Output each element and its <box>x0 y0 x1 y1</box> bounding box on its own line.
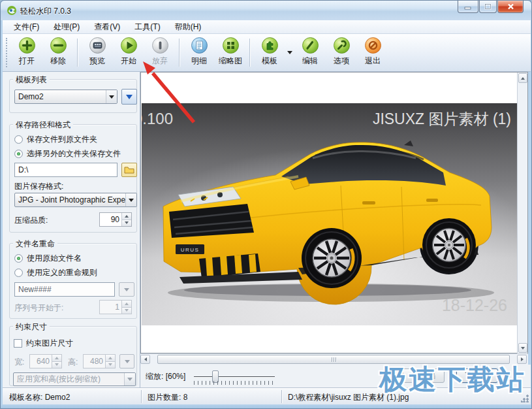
exit-label: 退出 <box>365 56 381 67</box>
template-puzzle-icon <box>261 37 279 54</box>
preview-icon <box>89 37 106 54</box>
minimize-button[interactable] <box>458 1 478 13</box>
start-button[interactable]: 开始 <box>113 34 144 71</box>
spin-up-icon <box>106 355 115 361</box>
save-choose-radio-row[interactable]: 选择另外的文件夹保存文件 <box>14 148 121 159</box>
options-button[interactable]: 选项 <box>326 34 357 71</box>
toolbar-grip[interactable] <box>6 38 8 67</box>
format-select[interactable]: JPG - Joint Photographic Experts ( <box>14 193 137 207</box>
open-button[interactable]: 打开 <box>11 34 42 71</box>
preview-button[interactable]: 预览 <box>82 34 113 71</box>
rename-group-title: 文件名重命 <box>13 238 57 250</box>
thumbnails-grid-icon <box>222 37 240 54</box>
spin-up-icon <box>52 355 61 361</box>
thumb-grip-icon <box>332 357 332 362</box>
save-choose-label: 选择另外的文件夹保存文件 <box>27 148 121 159</box>
exit-icon <box>364 37 382 54</box>
start-label: 开始 <box>121 56 136 67</box>
zoom-slider-track[interactable] <box>194 376 275 378</box>
template-dropdown-caret[interactable] <box>285 34 294 71</box>
scale-mode-value: 应用宽和高(按比例缩放) <box>14 374 124 385</box>
toolbar-separator <box>179 39 180 67</box>
height-value: 480 <box>84 355 105 368</box>
browse-folder-button[interactable] <box>121 163 137 177</box>
abort-stop-icon <box>151 37 169 54</box>
vertical-scrollbar[interactable] <box>517 73 527 353</box>
template-group-title: 模板列表 <box>13 74 50 86</box>
constrain-checkbox-row[interactable]: 约束图片尺寸 <box>14 338 73 349</box>
radio-checked-icon[interactable] <box>14 254 23 263</box>
serial-value: 1 <box>100 301 121 314</box>
remove-minus-icon <box>50 37 67 54</box>
toolbar-separator <box>249 39 251 67</box>
save-original-radio-row[interactable]: 保存文件到原文件夹 <box>14 134 97 145</box>
scroll-down-icon <box>521 347 525 350</box>
menu-help[interactable]: 帮助(H) <box>168 20 209 34</box>
abort-button: 放弃 <box>144 34 176 71</box>
thumbnails-label: 缩略图 <box>219 56 242 67</box>
options-wrench-icon <box>333 37 351 54</box>
spin-down-icon[interactable] <box>122 220 131 227</box>
size-group-title: 约束尺寸 <box>13 321 50 333</box>
scroll-up-button[interactable] <box>518 73 527 83</box>
details-label: 明细 <box>191 56 207 67</box>
remove-button[interactable]: 移除 <box>42 34 74 71</box>
chevron-down-icon <box>127 378 133 381</box>
scale-mode-button <box>124 373 135 385</box>
status-template-name: 模板名称: Demo2 <box>9 392 70 403</box>
exit-button[interactable]: 退出 <box>357 34 388 71</box>
maximize-button[interactable] <box>479 1 497 13</box>
folder-icon <box>124 166 134 174</box>
menu-process[interactable]: 处理(P) <box>46 20 87 34</box>
menu-view[interactable]: 查看(V) <box>87 20 127 34</box>
chevron-down-icon <box>125 360 130 363</box>
spinner-buttons <box>105 355 115 368</box>
menu-tools[interactable]: 工具(T) <box>127 20 167 34</box>
template-button[interactable]: 模板 <box>254 34 285 71</box>
scroll-left-button[interactable] <box>140 355 150 364</box>
scroll-down-button[interactable] <box>518 343 527 353</box>
size-preset-dropdown <box>119 354 134 368</box>
menu-file[interactable]: 文件(F) <box>7 20 46 34</box>
rename-pattern-dropdown <box>119 282 134 297</box>
quality-label: 压缩品质: <box>14 215 48 226</box>
close-icon <box>507 3 514 10</box>
chevron-down-icon <box>124 288 129 291</box>
edit-button[interactable]: 编辑 <box>294 34 326 71</box>
quality-spinner[interactable]: 90 <box>99 212 132 227</box>
details-button[interactable]: 明细 <box>183 34 215 71</box>
details-list-icon <box>191 37 208 54</box>
scale-mode-select: 应用宽和高(按比例缩放) <box>13 372 136 386</box>
save-path-input[interactable]: D:\ <box>14 163 117 177</box>
template-action-button[interactable] <box>121 89 137 105</box>
rename-custom-radio-row[interactable]: 使用定义的重命规则 <box>14 267 97 278</box>
save-original-label: 保存文件到原文件夹 <box>27 134 97 145</box>
close-button[interactable] <box>497 1 524 13</box>
title-bar[interactable]: 轻松水印 7.0.3 <box>1 1 531 20</box>
template-select-button[interactable] <box>106 90 117 103</box>
window-frame-bottom <box>1 404 532 409</box>
toolbar-separator <box>77 39 78 67</box>
chevron-down-icon <box>126 95 133 99</box>
radio-checked-icon[interactable] <box>14 150 23 158</box>
rename-original-label: 使用原始文件名 <box>27 253 82 264</box>
save-path-value: D:\ <box>18 165 28 174</box>
spin-down-icon <box>122 307 131 314</box>
status-separator <box>141 390 142 403</box>
thumbnails-button[interactable]: 缩略图 <box>215 34 246 71</box>
spin-up-icon[interactable] <box>122 213 131 220</box>
checkbox-icon[interactable] <box>14 339 22 348</box>
status-separator <box>281 390 283 403</box>
photo-watermark-left: 0.100 <box>142 110 173 127</box>
rename-original-radio-row[interactable]: 使用原始文件名 <box>14 253 82 264</box>
constrain-label: 约束图片尺寸 <box>26 338 73 349</box>
app-window: 轻松水印 7.0.3 文件(F) 处理(P) 查看(V) 工具(T) 帮助(H)… <box>0 0 532 409</box>
radio-icon[interactable] <box>14 135 23 144</box>
car-plate-text: URUS <box>181 247 200 253</box>
open-plus-icon <box>18 37 36 54</box>
rename-pattern-input[interactable]: New#### <box>14 282 115 297</box>
spinner-buttons[interactable] <box>121 213 131 226</box>
format-select-button[interactable] <box>125 193 136 206</box>
radio-icon[interactable] <box>14 269 23 277</box>
template-select[interactable]: Demo2 <box>14 90 117 104</box>
